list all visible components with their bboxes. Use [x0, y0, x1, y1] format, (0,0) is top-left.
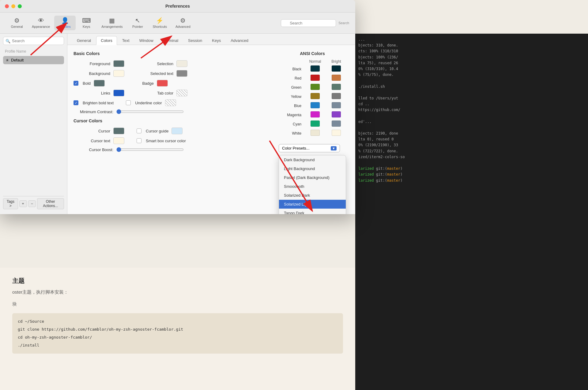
selection-swatch[interactable]	[176, 60, 187, 67]
ansi-row-label: Red	[279, 74, 304, 83]
foreground-swatch[interactable]	[113, 60, 124, 67]
tab-text[interactable]: Text	[118, 36, 134, 45]
ansi-normal-swatch[interactable]	[311, 75, 320, 81]
cursor-swatch[interactable]	[113, 128, 124, 134]
ansi-row-label: Blue	[279, 101, 304, 110]
tab-keys[interactable]: Keys	[207, 36, 225, 45]
ansi-normal-swatch[interactable]	[311, 93, 320, 99]
tab-window[interactable]: Window	[135, 36, 158, 45]
cursor-text-item: Cursor text	[74, 137, 124, 144]
minimum-contrast-label: Minimum Contrast:	[74, 110, 113, 114]
ansi-normal-swatch[interactable]	[311, 121, 320, 127]
ansi-bright-swatch[interactable]	[332, 84, 341, 90]
sidebar-search-icon: 🔍	[6, 39, 10, 43]
ansi-bright-swatch[interactable]	[332, 102, 341, 108]
ansi-bright-swatch[interactable]	[332, 121, 341, 127]
preset-pastel-dark[interactable]: Pastel (Dark Background)	[279, 173, 346, 182]
ansi-normal-swatch[interactable]	[311, 102, 320, 108]
color-presets-dropdown: Dark Background Light Background Pastel …	[279, 155, 346, 214]
cursor-colors-title: Cursor Colors	[74, 118, 266, 123]
preset-solarized-dark[interactable]: Solarized Dark	[279, 191, 346, 200]
preset-solarized-light[interactable]: Solarized Light	[279, 200, 346, 209]
tab-session[interactable]: Session	[183, 36, 207, 45]
toolbar-item-appearance[interactable]: 👁 Appearance	[28, 16, 54, 30]
badge-label: Badge	[117, 81, 154, 86]
foreground-selection-row: Foreground Selection	[74, 60, 266, 67]
tags-button[interactable]: Tags >	[3, 198, 18, 209]
tab-color-label: Tab color	[137, 91, 173, 95]
toolbar-item-arrangements[interactable]: ▦ Arrangements	[97, 16, 127, 30]
profile-list-header: Profile Name	[3, 48, 64, 55]
cursor-text-swatch[interactable]	[113, 137, 124, 144]
background-item: Background	[74, 70, 124, 77]
color-presets-button[interactable]: Color Presets... ▼	[279, 144, 340, 152]
add-profile-button[interactable]: +	[19, 200, 27, 207]
term-line: ized/iterm2-colors-so	[358, 154, 585, 160]
tab-terminal[interactable]: Terminal	[159, 36, 183, 45]
term-line	[358, 90, 585, 95]
minimize-button[interactable]	[11, 4, 15, 8]
main-content: 🔍 Profile Name ★ Default Tags > + − Othe…	[0, 34, 355, 214]
smart-box-cursor-checkbox[interactable]	[137, 138, 141, 143]
other-actions-button[interactable]: Other Actions...	[37, 198, 64, 209]
underline-color-swatch[interactable]	[165, 99, 176, 106]
remove-profile-button[interactable]: −	[28, 200, 36, 207]
background-swatch[interactable]	[113, 70, 124, 77]
cursor-guide-checkbox[interactable]	[137, 128, 141, 133]
cursor-text-label: Cursor text	[74, 139, 110, 143]
ansi-normal-swatch[interactable]	[311, 84, 320, 90]
tab-general[interactable]: General	[72, 36, 96, 45]
profile-item-default[interactable]: ★ Default	[3, 56, 64, 64]
bold-swatch[interactable]	[94, 80, 105, 87]
tab-colors[interactable]: Colors	[96, 36, 117, 45]
selected-text-swatch[interactable]	[176, 70, 187, 77]
ansi-bright-swatch[interactable]	[332, 130, 341, 136]
ansi-normal-swatch[interactable]	[311, 65, 320, 72]
underline-color-checkbox[interactable]	[126, 100, 131, 105]
toolbar-item-shortcuts[interactable]: ⚡ Shortcuts	[148, 16, 171, 30]
ansi-normal-swatch[interactable]	[311, 130, 320, 136]
tab-advanced[interactable]: Advanced	[226, 36, 253, 45]
toolbar-item-advanced[interactable]: ⚙ Advanced	[171, 16, 195, 30]
ansi-bright-swatch[interactable]	[332, 75, 341, 81]
colors-panel: Basic Colors Foreground Selection	[67, 45, 355, 214]
ansi-colors-table: Normal Bright Black Red Green Yellow Blu…	[279, 58, 346, 138]
ansi-row: Red	[279, 74, 346, 83]
toolbar-item-pointer[interactable]: ↖ Pointer	[127, 16, 148, 30]
ansi-normal-swatch[interactable]	[311, 111, 320, 117]
toolbar-item-profiles[interactable]: 👤 Profiles	[54, 16, 76, 30]
toolbar-item-general[interactable]: ⚙ General	[6, 16, 28, 30]
toolbar-item-keys[interactable]: ⌨ Keys	[76, 16, 97, 30]
cursor-guide-row: Cursor Cursor guide	[74, 128, 266, 134]
bold-checkbox[interactable]: ✓	[74, 81, 78, 86]
preset-dark-background[interactable]: Dark Background	[279, 155, 346, 164]
ansi-bright-swatch[interactable]	[332, 93, 341, 99]
cursor-label: Cursor	[74, 129, 110, 133]
brighten-bold-label: Brighten bold text	[83, 101, 114, 105]
toolbar-search-input[interactable]	[281, 19, 336, 27]
close-button[interactable]	[5, 4, 9, 8]
preset-light-background[interactable]: Light Background	[279, 164, 346, 173]
search-label: Search	[338, 21, 349, 25]
smart-box-cursor-label: Smart box cursor color	[146, 139, 186, 143]
ansi-bright-swatch[interactable]	[332, 111, 341, 117]
brighten-bold-checkbox[interactable]: ✓	[74, 100, 78, 105]
toolbar-label-shortcuts: Shortcuts	[153, 25, 167, 28]
term-line: https://github.com/	[358, 107, 585, 113]
right-panel: General Colors Text Window Terminal Sess…	[67, 34, 355, 214]
cursor-boost-slider[interactable]	[116, 147, 184, 152]
ansi-bright-swatch[interactable]	[332, 65, 341, 72]
badge-swatch[interactable]	[157, 80, 168, 87]
links-swatch[interactable]	[113, 90, 124, 96]
preset-tango-dark[interactable]: Tango Dark	[279, 209, 346, 214]
keyboard-icon: ⌨	[82, 17, 91, 24]
preset-smoooooth[interactable]: Smoooooth	[279, 182, 346, 191]
minimum-contrast-slider[interactable]	[116, 109, 184, 114]
cursor-guide-swatch[interactable]	[172, 128, 183, 134]
sidebar-search-input[interactable]	[3, 37, 64, 45]
cursor-guide-label: Cursor guide	[146, 129, 168, 133]
code-line: git clone https://github.com/fcamblor/oh…	[18, 325, 337, 333]
underline-color-item: Underline color	[126, 99, 176, 106]
maximize-button[interactable]	[18, 4, 22, 8]
tab-color-swatch[interactable]	[176, 90, 187, 96]
